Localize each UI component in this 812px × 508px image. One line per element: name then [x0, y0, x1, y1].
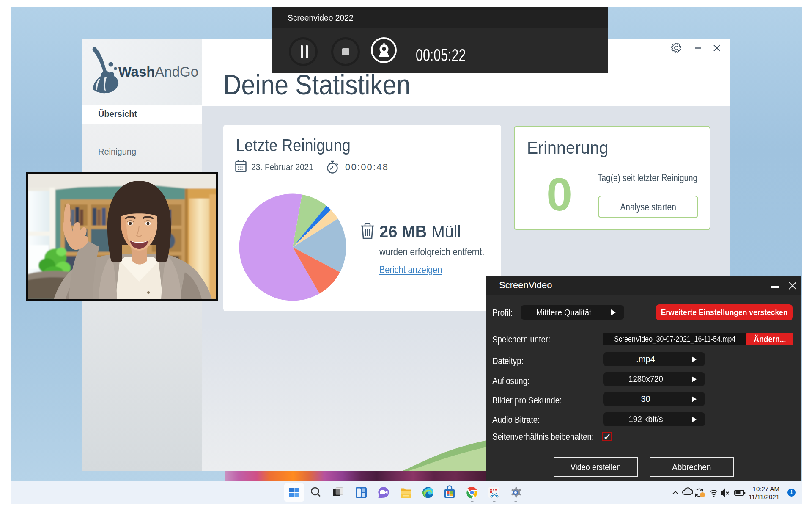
svg-text:WashAndGo: WashAndGo [118, 64, 198, 80]
